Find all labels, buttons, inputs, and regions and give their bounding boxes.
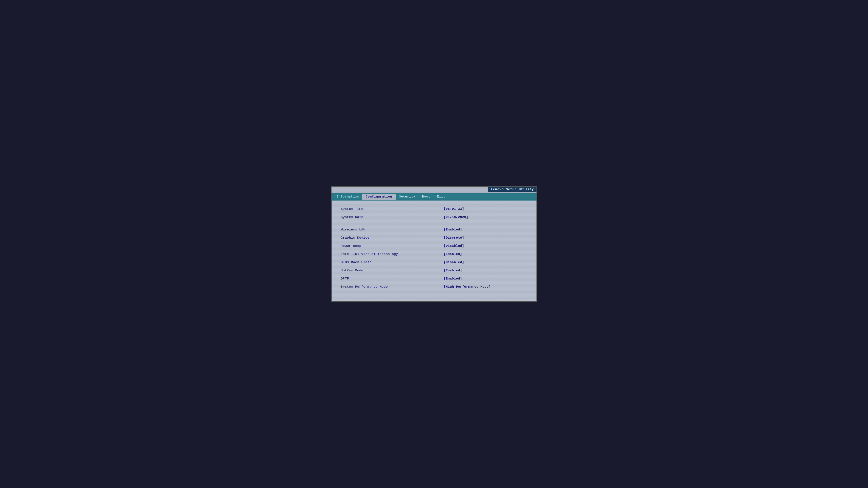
spacer-row bbox=[341, 221, 528, 226]
config-value: [Disabled] bbox=[444, 258, 528, 266]
table-row[interactable]: Graphic Device [Discrete] bbox=[341, 234, 528, 242]
title-bar: Lenovo Setup Utility bbox=[488, 187, 536, 192]
table-row[interactable]: HotKey Mode [Enabled] bbox=[341, 266, 528, 274]
config-label: BIOS Back Flash bbox=[341, 258, 444, 266]
config-label: Wireless LAN bbox=[341, 226, 444, 234]
config-value: [Enabled] bbox=[444, 226, 528, 234]
nav-item-security[interactable]: Security bbox=[396, 194, 419, 200]
title-text: Lenovo Setup Utility bbox=[491, 188, 534, 191]
nav-item-exit[interactable]: Exit bbox=[434, 194, 448, 200]
config-value: [Enabled] bbox=[444, 250, 528, 258]
nav-item-configuration[interactable]: Configuration bbox=[362, 194, 396, 200]
config-value: [Discrete] bbox=[444, 234, 528, 242]
config-label: System Time bbox=[341, 205, 444, 213]
config-label: System Performance Mode bbox=[341, 283, 444, 291]
config-value: [Disabled] bbox=[444, 242, 528, 250]
table-row[interactable]: System Performance Mode [High Performanc… bbox=[341, 283, 528, 291]
table-row[interactable]: Wireless LAN [Enabled] bbox=[341, 226, 528, 234]
config-label: Graphic Device bbox=[341, 234, 444, 242]
config-label: Power Beep bbox=[341, 242, 444, 250]
table-row[interactable]: Intel (R) Virtual Technology [Enabled] bbox=[341, 250, 528, 258]
config-label: HotKey Mode bbox=[341, 266, 444, 274]
config-label: Intel (R) Virtual Technology bbox=[341, 250, 444, 258]
bios-screen: Lenovo Setup Utility Information Configu… bbox=[331, 186, 537, 302]
config-value: [High Performance Mode] bbox=[444, 283, 528, 291]
table-row[interactable]: DPTF [Enabled] bbox=[341, 274, 528, 283]
config-value: [Enabled] bbox=[444, 266, 528, 274]
config-value: [Enabled] bbox=[444, 274, 528, 283]
main-content: System Time [08:01:33] System Date [01/1… bbox=[332, 200, 536, 301]
config-label: DPTF bbox=[341, 274, 444, 283]
config-value: [01/18/2020] bbox=[444, 213, 528, 221]
nav-bar: Information Configuration Security Boot … bbox=[332, 193, 536, 200]
table-row[interactable]: BIOS Back Flash [Disabled] bbox=[341, 258, 528, 266]
table-row[interactable]: System Date [01/18/2020] bbox=[341, 213, 528, 221]
nav-item-boot[interactable]: Boot bbox=[419, 194, 434, 200]
config-label: System Date bbox=[341, 213, 444, 221]
table-row[interactable]: Power Beep [Disabled] bbox=[341, 242, 528, 250]
table-row[interactable]: System Time [08:01:33] bbox=[341, 205, 528, 213]
config-value: [08:01:33] bbox=[444, 205, 528, 213]
nav-item-information[interactable]: Information bbox=[333, 194, 362, 200]
config-table: System Time [08:01:33] System Date [01/1… bbox=[341, 205, 528, 291]
